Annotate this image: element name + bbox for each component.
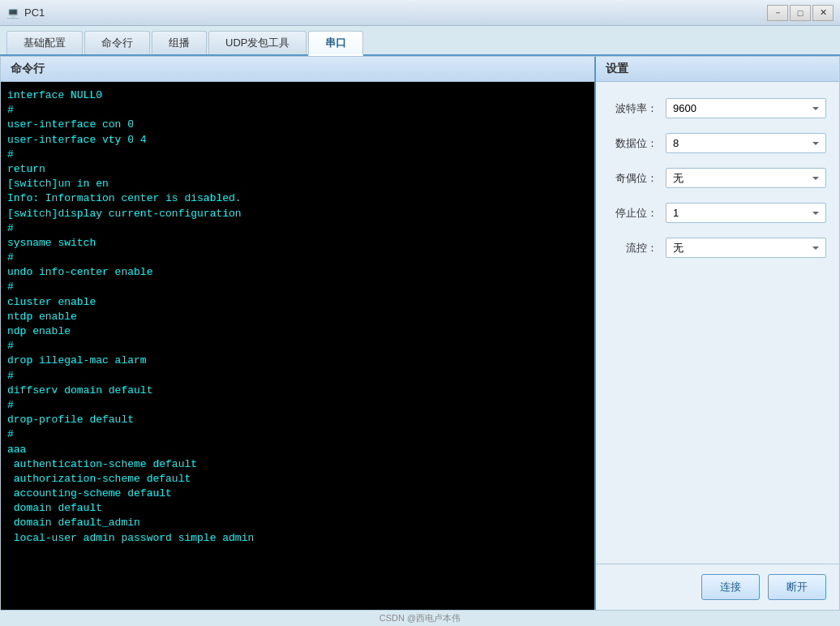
terminal-line: user-interface vty 0 4 (7, 133, 588, 148)
setting-select-parity[interactable]: 无奇偶 (666, 168, 826, 188)
terminal-line: drop-profile default (7, 413, 588, 427)
right-panel: 设置 波特率：9600192003840057600115200数据位：5678… (596, 57, 839, 610)
terminal-line: interface NULL0 (7, 88, 588, 103)
terminal-line: sysname switch (7, 236, 588, 251)
terminal-line: domain default_admin (7, 516, 588, 530)
terminal-line: # (7, 221, 588, 236)
settings-title: 设置 (596, 57, 839, 82)
tab-cmd[interactable]: 命令行 (84, 31, 150, 54)
watermark: CSDN @西电卢本伟 (0, 611, 840, 626)
terminal-line: ndp enable (7, 324, 588, 339)
setting-select-flow[interactable]: 无硬件软件 (666, 238, 826, 258)
terminal-line: # (7, 427, 588, 442)
setting-label-data: 数据位： (609, 136, 658, 151)
disconnect-button[interactable]: 断开 (768, 574, 826, 600)
setting-row-stop: 停止位：11.52 (609, 203, 826, 223)
terminal-line: domain default (7, 501, 588, 516)
terminal-line: # (7, 398, 588, 413)
terminal-line: authentication-scheme default (7, 457, 588, 472)
terminal-line: cluster enable (7, 295, 588, 310)
terminal-line: drop illegal-mac alarm (7, 354, 588, 368)
title-bar: 💻 PC1 － □ ✕ (0, 0, 840, 26)
terminal-line: # (7, 339, 588, 354)
terminal-line: diffserv domain default (7, 384, 588, 398)
terminal-line: # (7, 148, 588, 162)
terminal-line: # (7, 103, 588, 118)
maximize-button[interactable]: □ (790, 5, 811, 21)
app-icon: 💻 (6, 6, 19, 19)
terminal-line: [switch]display current-configuration (7, 207, 588, 221)
terminal-line: undo info-center enable (7, 265, 588, 280)
title-bar-controls: － □ ✕ (767, 5, 834, 21)
tab-multicast[interactable]: 组播 (152, 31, 207, 54)
close-button[interactable]: ✕ (812, 5, 834, 21)
setting-row-flow: 流控：无硬件软件 (609, 238, 826, 258)
tab-basic[interactable]: 基础配置 (6, 31, 83, 54)
left-panel-title: 命令行 (1, 57, 594, 82)
setting-row-data: 数据位：5678 (609, 133, 826, 153)
terminal-line: # (7, 369, 588, 384)
setting-select-data[interactable]: 5678 (666, 133, 826, 153)
tab-udp[interactable]: UDP发包工具 (208, 31, 306, 54)
tab-serial[interactable]: 串口 (308, 31, 363, 56)
terminal-line: local-user admin password simple admin (7, 531, 588, 546)
terminal-line: ntdp enable (7, 310, 588, 324)
terminal-line: return (7, 162, 588, 177)
settings-footer: 连接 断开 (596, 564, 839, 610)
terminal-line: # (7, 251, 588, 265)
connect-button[interactable]: 连接 (701, 574, 760, 600)
terminal-line: # (7, 280, 588, 294)
terminal-line: accounting-scheme default (7, 487, 588, 501)
title-bar-left: 💻 PC1 (6, 6, 45, 19)
terminal-line: authorization-scheme default (7, 472, 588, 487)
setting-row-parity: 奇偶位：无奇偶 (609, 168, 826, 188)
setting-row-baud: 波特率：9600192003840057600115200 (609, 98, 826, 118)
setting-label-parity: 奇偶位： (609, 171, 658, 186)
setting-label-flow: 流控： (609, 241, 658, 255)
terminal-output[interactable]: interface NULL0#user-interface con 0user… (1, 82, 594, 610)
minimize-button[interactable]: － (767, 5, 788, 21)
setting-label-baud: 波特率： (609, 101, 658, 116)
terminal-line: [switch]un in en (7, 177, 588, 191)
terminal-line: Info: Information center is disabled. (7, 191, 588, 206)
tab-bar: 基础配置 命令行 组播 UDP发包工具 串口 (0, 26, 840, 56)
left-panel: 命令行 interface NULL0#user-interface con 0… (1, 57, 596, 610)
main-content: 命令行 interface NULL0#user-interface con 0… (0, 56, 840, 611)
terminal-line: aaa (7, 443, 588, 457)
terminal-line: user-interface con 0 (7, 118, 588, 132)
settings-body: 波特率：9600192003840057600115200数据位：5678奇偶位… (596, 82, 839, 564)
window-title: PC1 (24, 6, 45, 19)
setting-select-stop[interactable]: 11.52 (666, 203, 826, 223)
setting-label-stop: 停止位： (609, 206, 658, 221)
setting-select-baud[interactable]: 9600192003840057600115200 (666, 98, 826, 118)
